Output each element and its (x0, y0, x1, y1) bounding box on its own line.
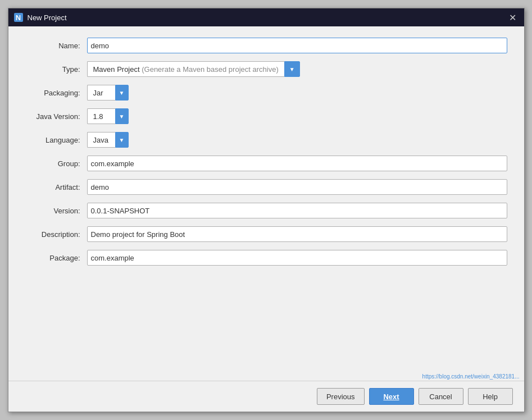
language-label: Language: (25, 136, 87, 144)
type-value: Maven Project (93, 65, 140, 74)
artifact-row: Artifact: (25, 179, 507, 195)
url-hint: https://blog.csdn.net/weixin_4382181... (8, 372, 524, 381)
packaging-label: Packaging: (25, 89, 87, 97)
version-field-wrapper (87, 203, 507, 218)
description-input[interactable] (87, 226, 507, 242)
package-row: Package: (25, 250, 507, 266)
name-label: Name: (25, 42, 87, 50)
package-input[interactable] (87, 250, 507, 266)
close-button[interactable]: ✕ (507, 12, 519, 23)
artifact-input[interactable] (87, 179, 507, 195)
language-field-wrapper: Java ▼ (87, 132, 507, 148)
version-input[interactable] (87, 203, 507, 218)
language-dropdown: Java ▼ (87, 132, 507, 148)
package-field-wrapper (87, 250, 507, 266)
group-label: Group: (25, 159, 87, 168)
title-bar-left: N New Project (14, 13, 67, 22)
name-field-wrapper (87, 38, 507, 53)
group-row: Group: (25, 156, 507, 171)
description-field-wrapper (87, 226, 507, 242)
java-version-dropdown-arrow[interactable]: ▼ (115, 108, 129, 124)
version-label: Version: (25, 207, 87, 215)
artifact-field-wrapper (87, 179, 507, 195)
type-row: Type: Maven Project (Generate a Maven ba… (25, 61, 507, 77)
title-bar: N New Project ✕ (8, 8, 524, 26)
type-label: Type: (25, 65, 87, 74)
java-version-field-wrapper: 1.8 ▼ (87, 108, 507, 124)
java-version-dropdown: 1.8 ▼ (87, 108, 507, 124)
previous-button[interactable]: Previous (317, 388, 365, 405)
java-version-row: Java Version: 1.8 ▼ (25, 108, 507, 124)
java-version-value: 1.8 (87, 108, 115, 124)
type-hint: (Generate a Maven based project archive) (140, 65, 279, 74)
dialog-icon: N (14, 13, 23, 22)
description-label: Description: (25, 230, 87, 239)
language-dropdown-arrow[interactable]: ▼ (115, 132, 129, 148)
dialog-content: Name: Type: Maven Project (Generate a Ma… (8, 26, 524, 372)
type-dropdown-arrow[interactable]: ▼ (284, 61, 300, 77)
type-dropdown-text: Maven Project (Generate a Maven based pr… (87, 61, 284, 77)
new-project-dialog: N New Project ✕ Name: Type: Maven Projec… (8, 8, 525, 412)
name-input[interactable] (87, 38, 507, 53)
dialog-title: New Project (28, 13, 67, 22)
cancel-button[interactable]: Cancel (419, 388, 463, 405)
packaging-value: Jar (87, 85, 115, 101)
version-row: Version: (25, 203, 507, 218)
spacer (25, 273, 507, 361)
packaging-row: Packaging: Jar ▼ (25, 85, 507, 101)
artifact-label: Artifact: (25, 183, 87, 191)
group-field-wrapper (87, 156, 507, 171)
packaging-field-wrapper: Jar ▼ (87, 85, 507, 101)
type-dropdown: Maven Project (Generate a Maven based pr… (87, 61, 507, 77)
language-value: Java (87, 132, 115, 148)
description-row: Description: (25, 226, 507, 242)
packaging-dropdown-arrow[interactable]: ▼ (115, 85, 129, 101)
java-version-label: Java Version: (25, 112, 87, 121)
name-row: Name: (25, 38, 507, 53)
group-input[interactable] (87, 156, 507, 171)
button-bar: Previous Next Cancel Help (8, 381, 524, 412)
package-label: Package: (25, 254, 87, 262)
help-button[interactable]: Help (468, 388, 513, 405)
packaging-dropdown: Jar ▼ (87, 85, 507, 101)
language-row: Language: Java ▼ (25, 132, 507, 148)
type-field-wrapper: Maven Project (Generate a Maven based pr… (87, 61, 507, 77)
next-button[interactable]: Next (369, 388, 414, 405)
